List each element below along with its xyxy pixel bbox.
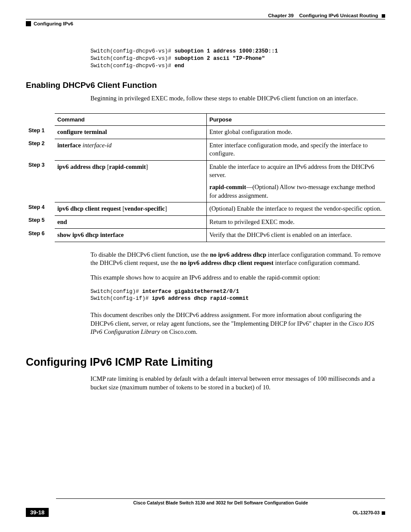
doc-id: OL-13270-03 [353,510,385,515]
chapter-title: Configuring IPv6 Unicast Routing [299,13,378,18]
code-block-1: Switch(config-dhcpv6-vs)# suboption 1 ad… [90,48,381,70]
chapter-label: Chapter 39 [268,13,293,18]
intro-paragraph: Beginning in privileged EXEC mode, follo… [90,94,381,103]
section-title: Configuring IPv6 [34,21,73,26]
heading-icmp-rate-limiting: Configuring IPv6 ICMP Rate Limiting [26,356,385,368]
reference-paragraph: This document describes only the DHCPv6 … [90,311,381,336]
disable-paragraph: To disable the DHCPv6 client function, u… [90,251,381,268]
footer-marker-icon [382,511,385,515]
table-row: Step 4 ipv6 dhcp client request [vendor-… [26,202,385,216]
header-marker-icon [382,14,385,18]
col-purpose: Purpose [207,114,386,126]
section-marker-icon [26,21,31,26]
section-header: Configuring IPv6 [26,21,385,26]
table-row: Step 1 configure terminal Enter global c… [26,126,385,139]
table-row: Step 2 interface interface-id Enter inte… [26,139,385,160]
footer-guide-title: Cisco Catalyst Blade Switch 3130 and 303… [56,498,385,505]
table-row: Step 6 show ipv6 dhcp interface Verify t… [26,229,385,242]
col-command: Command [55,114,207,126]
example-intro: This example shows how to acquire an IPv… [90,274,381,282]
page-footer: Cisco Catalyst Blade Switch 3130 and 303… [26,498,385,517]
chapter-header: Chapter 39 Configuring IPv6 Unicast Rout… [26,13,385,19]
heading-dhcpv6-client: Enabling DHCPv6 Client Function [26,81,385,90]
icmp-intro: ICMP rate limiting is enabled by default… [90,375,381,392]
page-number: 39-18 [26,508,49,517]
table-row: Step 3 ipv6 address dhcp [rapid-commit] … [26,160,385,202]
code-block-2: Switch(config)# interface gigabitetherne… [90,288,381,303]
command-table: Command Purpose Step 1 configure termina… [26,113,385,242]
table-row: Step 5 end Return to privileged EXEC mod… [26,215,385,229]
